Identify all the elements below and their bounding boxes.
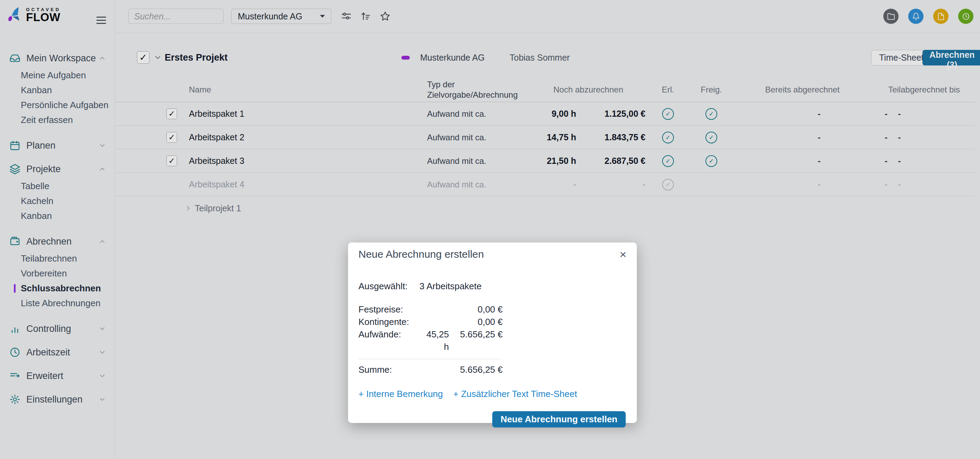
summe-row: Summe: 5.656,25 € [358,364,626,376]
modal-links: + Interne Bemerkung + Zusätzlicher Text … [358,388,626,400]
kontingente-hours [420,316,449,328]
summe-label: Summe: [358,364,420,376]
festpreise-row: Festpreise: 0,00 € [358,303,626,316]
close-icon[interactable]: × [619,248,627,260]
aufwaende-hours: 45,25 h [420,328,449,353]
aufwaende-value: 5.656,25 € [449,328,503,353]
app-root: OCTAVED FLOW Mein Workspace Meine Aufgab… [0,0,980,459]
kontingente-row: Kontingente: 0,00 € [358,316,626,328]
modal-divider [358,359,501,359]
selected-value: 3 Arbeitspakete [420,280,482,292]
festpreise-value: 0,00 € [449,303,503,316]
summe-value: 5.656,25 € [449,364,503,376]
kontingente-label: Kontingente: [358,316,420,328]
kontingente-value: 0,00 € [449,316,503,328]
aufwaende-row: Aufwände: 45,25 h 5.656,25 € [358,328,626,353]
festpreise-label: Festpreise: [358,303,420,316]
new-billing-modal: Neue Abrechnung erstellen × Ausgewählt: … [348,243,637,423]
modal-title: Neue Abrechnung erstellen [358,248,626,260]
modal-footer: Neue Abrechnung erstellen [358,411,626,427]
create-billing-submit-button[interactable]: Neue Abrechnung erstellen [492,411,626,427]
selected-row: Ausgewählt: 3 Arbeitspakete [358,280,626,292]
add-internal-note-link[interactable]: + Interne Bemerkung [358,388,443,400]
add-timesheet-text-link[interactable]: + Zusätzlicher Text Time-Sheet [453,388,577,400]
festpreise-hours [420,303,449,316]
selected-label: Ausgewählt: [358,280,420,292]
aufwaende-label: Aufwände: [358,328,420,353]
